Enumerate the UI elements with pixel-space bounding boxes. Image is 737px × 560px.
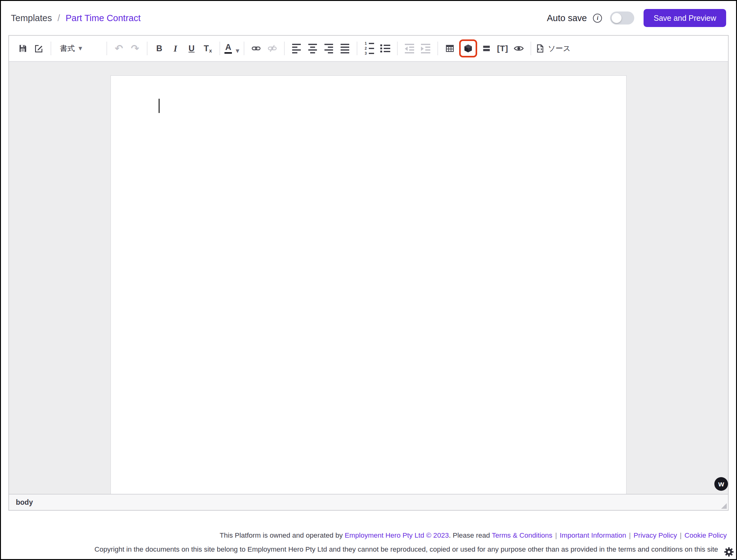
increase-indent-button[interactable] <box>418 41 433 56</box>
undo-icon: ↶ <box>115 43 123 53</box>
toolbar-separator <box>397 42 398 55</box>
breadcrumb-templates[interactable]: Templates <box>11 13 52 23</box>
link-icon <box>251 43 261 53</box>
toolbar-separator <box>219 42 220 55</box>
div-container-button[interactable] <box>479 41 494 56</box>
text-color-button[interactable]: A ▼ <box>224 41 239 56</box>
element-path-body[interactable]: body <box>16 498 33 507</box>
decrease-indent-icon <box>405 44 414 53</box>
breadcrumb-separator: / <box>57 13 60 23</box>
toolbar-separator <box>51 42 51 55</box>
toolbar-separator <box>284 42 285 55</box>
bold-icon: B <box>156 44 162 53</box>
toolbar-separator <box>437 42 438 55</box>
redo-icon: ↷ <box>131 43 139 53</box>
edit-icon <box>34 44 43 53</box>
insert-table-button[interactable] <box>442 41 457 56</box>
insert-block-button[interactable] <box>461 41 476 56</box>
source-icon <box>536 44 545 53</box>
cookie-policy-link[interactable]: Cookie Policy <box>685 531 727 539</box>
editor-toolbar: 書式 ▼ ↶ ↷ B I U Tx A <box>9 36 728 62</box>
autosave-toggle[interactable] <box>610 11 634 25</box>
elements-path-bar: body <box>9 494 728 510</box>
justify-button[interactable] <box>337 41 352 56</box>
format-dropdown[interactable]: 書式 ▼ <box>56 41 102 56</box>
toolbar-separator <box>244 42 244 55</box>
source-button[interactable]: ソース <box>536 41 571 56</box>
justify-icon <box>341 44 349 53</box>
important-information-link[interactable]: Important Information <box>560 531 626 539</box>
link-separator: | <box>555 531 557 539</box>
document-page[interactable] <box>111 75 626 494</box>
placeholder-icon: [T] <box>497 44 508 53</box>
info-icon[interactable]: i <box>593 14 602 23</box>
footer: This Platform is owned and operated by E… <box>1 530 736 555</box>
numbered-list-icon: 1 2 3 <box>364 42 374 55</box>
privacy-policy-link[interactable]: Privacy Policy <box>634 531 677 539</box>
topbar-actions: Auto save i Save and Preview <box>547 9 726 27</box>
settings-gear-icon[interactable] <box>724 547 734 557</box>
align-center-button[interactable] <box>305 41 320 56</box>
highlight-ring <box>459 39 477 57</box>
app-window: { "breadcrumb": { "root": "Templates", "… <box>0 0 737 560</box>
italic-button[interactable]: I <box>168 41 183 56</box>
underline-button[interactable]: U <box>184 41 199 56</box>
decrease-indent-button[interactable] <box>402 41 417 56</box>
remove-format-icon: T <box>204 44 209 53</box>
save-icon <box>18 44 27 53</box>
terms-conditions-link[interactable]: Terms & Conditions <box>492 531 552 539</box>
company-link[interactable]: Employment Hero Pty Ltd © 2023 <box>345 531 449 539</box>
toolbar-separator <box>106 42 107 55</box>
toolbar-separator <box>357 42 357 55</box>
editor-canvas: w <box>9 62 728 494</box>
align-left-icon <box>292 44 301 53</box>
workflow-badge-letter: w <box>718 480 724 488</box>
breadcrumb: Templates / Part Time Contract <box>11 13 141 23</box>
preview-button[interactable] <box>511 41 526 56</box>
chevron-down-icon: ▼ <box>236 48 239 54</box>
remove-format-button[interactable]: Tx <box>200 41 215 56</box>
align-right-icon <box>324 44 333 53</box>
placeholder-button[interactable]: [T] <box>495 41 510 56</box>
color-bar <box>224 52 232 54</box>
footer-line-1: This Platform is owned and operated by E… <box>10 530 727 541</box>
autosave-label: Auto save <box>547 13 587 23</box>
cube-icon <box>463 43 473 53</box>
footer-text-mid: . Please read <box>449 531 492 539</box>
unlink-button[interactable] <box>265 41 280 56</box>
underline-icon: U <box>188 44 195 53</box>
toggle-knob <box>612 13 622 23</box>
align-center-icon <box>308 44 317 53</box>
bulleted-list-icon <box>380 44 390 52</box>
edit-template-button[interactable] <box>31 41 46 56</box>
resize-handle-icon[interactable] <box>721 503 727 509</box>
link-separator: | <box>629 531 631 539</box>
undo-button[interactable]: ↶ <box>111 41 126 56</box>
top-bar: Templates / Part Time Contract Auto save… <box>1 1 736 35</box>
footer-text-prefix: This Platform is owned and operated by <box>219 531 345 539</box>
italic-icon: I <box>174 44 177 53</box>
workflow-badge[interactable]: w <box>714 477 728 491</box>
align-left-button[interactable] <box>289 41 304 56</box>
link-button[interactable] <box>249 41 264 56</box>
unlink-icon <box>267 43 277 53</box>
bold-button[interactable]: B <box>152 41 167 56</box>
save-document-button[interactable] <box>15 41 30 56</box>
footer-line-2: Copyright in the documents on this site … <box>10 544 727 555</box>
align-right-button[interactable] <box>321 41 336 56</box>
redo-button[interactable]: ↷ <box>128 41 142 56</box>
increase-indent-icon <box>421 44 430 53</box>
chevron-down-icon: ▼ <box>79 46 82 51</box>
table-icon <box>445 44 454 53</box>
save-and-preview-button[interactable]: Save and Preview <box>644 9 726 27</box>
format-dropdown-label: 書式 <box>60 43 75 53</box>
source-label: ソース <box>548 43 571 53</box>
remove-format-sub: x <box>209 48 212 54</box>
numbered-list-button[interactable]: 1 2 3 <box>362 41 377 56</box>
breadcrumb-current-template[interactable]: Part Time Contract <box>66 13 141 23</box>
rich-text-editor: 書式 ▼ ↶ ↷ B I U Tx A <box>8 35 729 511</box>
div-container-icon <box>482 44 491 53</box>
text-cursor <box>159 99 160 113</box>
bulleted-list-button[interactable] <box>378 41 393 56</box>
toolbar-separator <box>147 42 147 55</box>
